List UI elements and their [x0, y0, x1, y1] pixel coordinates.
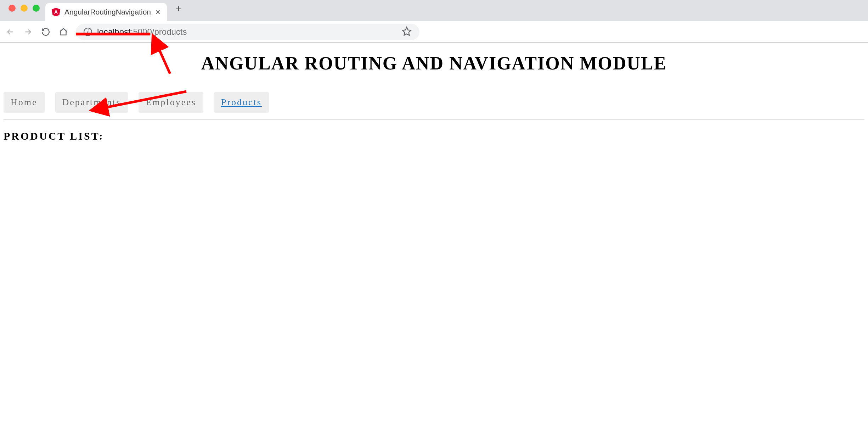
page-title: ANGULAR ROUTING AND NAVIGATION MODULE — [4, 53, 864, 74]
browser-tab[interactable]: AngularRoutingNavigation × — [45, 3, 167, 21]
browser-toolbar: i localhost:5000/products — [0, 21, 868, 43]
nav-link-products[interactable]: Products — [214, 92, 269, 113]
nav-link-departments[interactable]: Departments — [55, 92, 128, 113]
url-text: localhost:5000/products — [97, 27, 397, 37]
section-heading: PRODUCT LIST: — [4, 130, 864, 142]
close-tab-icon[interactable]: × — [155, 7, 160, 17]
minimize-window-button[interactable] — [21, 5, 28, 12]
forward-button[interactable] — [23, 27, 33, 37]
angular-icon — [52, 8, 60, 16]
divider — [4, 119, 864, 119]
site-info-icon[interactable]: i — [84, 28, 92, 36]
bookmark-icon[interactable] — [402, 26, 412, 38]
tab-bar: AngularRoutingNavigation × + — [0, 0, 868, 21]
nav-link-home[interactable]: Home — [4, 92, 45, 113]
nav-links: Home Departments Employees Products — [4, 92, 864, 113]
maximize-window-button[interactable] — [33, 5, 40, 12]
nav-link-employees[interactable]: Employees — [139, 92, 203, 113]
url-path: :5000/products — [131, 27, 187, 37]
window-controls — [5, 5, 45, 17]
address-bar[interactable]: i localhost:5000/products — [76, 24, 419, 40]
reload-button[interactable] — [40, 27, 51, 37]
tab-title: AngularRoutingNavigation — [64, 8, 151, 16]
url-host: localhost — [97, 27, 131, 37]
browser-chrome: AngularRoutingNavigation × + i localhost… — [0, 0, 868, 43]
back-button[interactable] — [5, 27, 16, 37]
new-tab-button[interactable]: + — [167, 4, 190, 18]
close-window-button[interactable] — [9, 5, 16, 12]
home-button[interactable] — [58, 27, 69, 37]
page-content: ANGULAR ROUTING AND NAVIGATION MODULE Ho… — [0, 43, 868, 142]
